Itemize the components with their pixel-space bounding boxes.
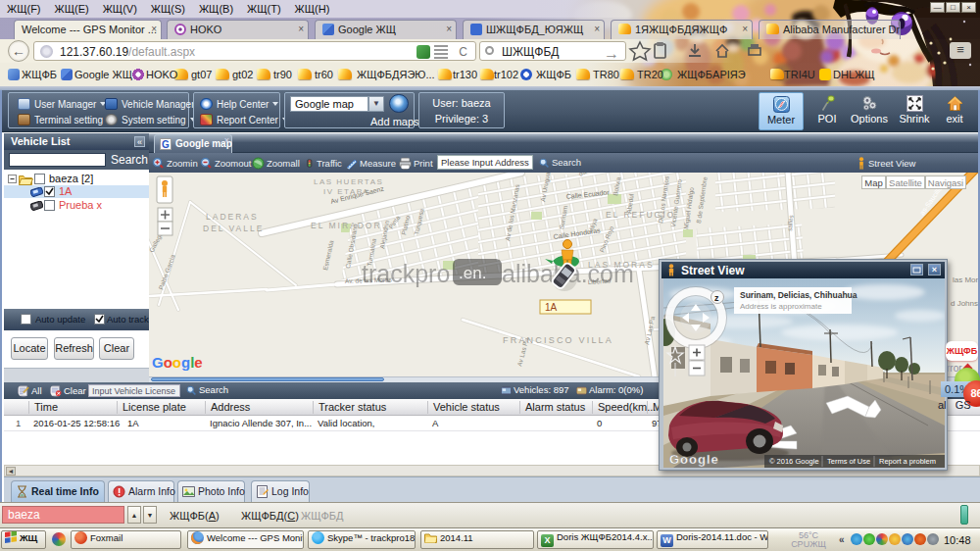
svg-text:.en.: .en. bbox=[459, 264, 486, 282]
svg-text:© 2016 Google: © 2016 Google bbox=[769, 457, 819, 466]
svg-text:d Johnson: d Johnson bbox=[951, 299, 978, 308]
svg-text:LAS HUERTAS: LAS HUERTAS bbox=[314, 177, 383, 186]
svg-text:FRANCISCO VILLA: FRANCISCO VILLA bbox=[503, 335, 613, 345]
svg-text:Google: Google bbox=[152, 354, 203, 371]
svg-text:Google: Google bbox=[669, 452, 719, 467]
svg-text:LADERAS: LADERAS bbox=[206, 212, 259, 222]
svg-text:DEL VALLE: DEL VALLE bbox=[203, 224, 264, 233]
svg-text:Report a problem: Report a problem bbox=[879, 457, 936, 466]
svg-text:1A: 1A bbox=[545, 302, 558, 313]
svg-text:EL MIRADOR: EL MIRADOR bbox=[311, 221, 382, 230]
svg-text:Address is approximate: Address is approximate bbox=[740, 302, 822, 311]
svg-text:trackpro: trackpro bbox=[362, 260, 450, 287]
svg-text:Surinam, Delicias, Chihuahua: Surinam, Delicias, Chihuahua bbox=[740, 290, 858, 300]
svg-text:Terms of Use: Terms of Use bbox=[827, 457, 870, 466]
svg-text:z: z bbox=[714, 293, 719, 303]
svg-text:las Mora: las Mora bbox=[953, 276, 978, 284]
